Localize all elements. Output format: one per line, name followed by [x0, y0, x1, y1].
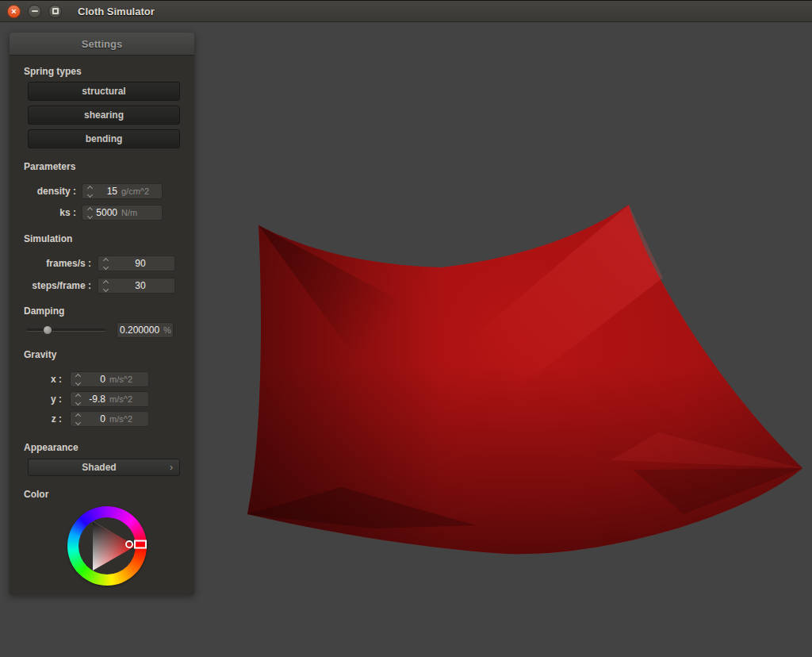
color-wheel[interactable] [67, 506, 147, 586]
bending-button[interactable]: bending [28, 129, 180, 148]
minimize-button[interactable] [28, 5, 41, 18]
gravity-x-label: x : [10, 374, 62, 385]
frames-spinner-icon[interactable] [101, 258, 110, 270]
ks-spinbox[interactable]: 5000 N/m [82, 205, 163, 221]
shearing-button[interactable]: shearing [28, 106, 180, 125]
density-value: 15 [94, 186, 117, 197]
cloth-mesh [247, 205, 802, 554]
close-button[interactable]: × [7, 5, 21, 18]
damping-value-field[interactable]: 0.200000 % [117, 322, 174, 338]
density-unit: g/cm^2 [121, 186, 158, 196]
window-title: Cloth Simulator [78, 6, 155, 17]
gravity-z-unit: m/s^2 [109, 414, 144, 424]
ks-row: ks : 5000 N/m [10, 205, 194, 221]
app-window: × Cloth Simulator [0, 0, 812, 657]
simulation-heading: Simulation [24, 233, 72, 244]
color-heading: Color [24, 489, 48, 500]
frames-row: frames/s : 90 [10, 256, 194, 271]
gravity-y-row: y : -9.8 m/s^2 [10, 391, 194, 407]
steps-spinbox[interactable]: 30 [98, 278, 175, 294]
gravity-z-spinner-icon[interactable] [73, 413, 82, 425]
close-icon: × [11, 7, 16, 16]
damping-row: 0.200000 % [10, 322, 194, 338]
appearance-selected: Shaded [29, 462, 170, 473]
structural-button[interactable]: structural [28, 82, 180, 101]
frames-label: frames/s : [10, 258, 91, 269]
gravity-z-value: 0 [82, 413, 105, 425]
appearance-dropdown[interactable]: Shaded › [28, 459, 180, 476]
steps-spinner-icon[interactable] [101, 280, 110, 292]
damping-heading: Damping [24, 305, 64, 317]
gravity-x-unit: m/s^2 [109, 375, 144, 384]
parameters-heading: Parameters [24, 161, 75, 172]
gravity-x-row: x : 0 m/s^2 [10, 371, 194, 387]
gravity-z-label: z : [10, 413, 62, 425]
saturation-triangle[interactable] [67, 506, 147, 586]
damping-unit: % [163, 325, 171, 335]
frames-spinbox[interactable]: 90 [98, 256, 175, 271]
minimize-icon [32, 10, 38, 12]
appearance-heading: Appearance [24, 442, 79, 453]
hue-marker-icon[interactable] [135, 541, 146, 548]
titlebar: × Cloth Simulator [0, 0, 812, 22]
ks-label: ks : [10, 207, 76, 218]
steps-value: 30 [110, 280, 170, 291]
gravity-y-spinbox[interactable]: -9.8 m/s^2 [70, 391, 149, 407]
ks-unit: N/m [121, 208, 158, 217]
gravity-z-spinbox[interactable]: 0 m/s^2 [70, 411, 149, 427]
gravity-y-value: -9.8 [82, 394, 105, 405]
ks-value: 5000 [94, 207, 117, 218]
panel-header: Settings [10, 33, 194, 56]
gravity-y-unit: m/s^2 [109, 394, 144, 404]
gravity-x-value: 0 [82, 374, 105, 385]
gravity-y-label: y : [10, 394, 62, 405]
damping-slider[interactable] [26, 328, 105, 332]
gravity-x-spinbox[interactable]: 0 m/s^2 [70, 371, 149, 387]
density-spinbox[interactable]: 15 g/cm^2 [82, 183, 163, 199]
maximize-icon [52, 8, 59, 14]
chevron-right-icon: › [170, 463, 173, 472]
settings-panel: Settings Spring types structural shearin… [10, 33, 194, 595]
gravity-z-row: z : 0 m/s^2 [10, 411, 194, 427]
gravity-y-spinner-icon[interactable] [73, 394, 82, 405]
maximize-button[interactable] [48, 5, 62, 18]
spring-types-heading: Spring types [24, 66, 82, 77]
density-label: density : [10, 186, 76, 197]
gravity-heading: Gravity [24, 349, 56, 360]
gravity-x-spinner-icon[interactable] [73, 374, 82, 386]
ks-spinner-icon[interactable] [85, 207, 94, 219]
density-spinner-icon[interactable] [85, 186, 94, 198]
damping-slider-handle[interactable] [43, 325, 52, 335]
density-row: density : 15 g/cm^2 [10, 183, 194, 199]
steps-row: steps/frame : 30 [10, 278, 194, 294]
frames-value: 90 [110, 258, 170, 269]
damping-value: 0.200000 [120, 325, 159, 336]
steps-label: steps/frame : [10, 280, 91, 291]
